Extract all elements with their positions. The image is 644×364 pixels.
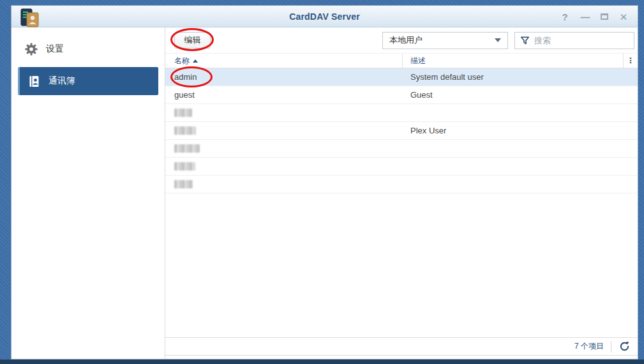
maximize-button[interactable] [601, 13, 608, 20]
table-header: 名称 描述 ⋮ [165, 53, 638, 68]
window-controls: ? — ✕ [560, 6, 629, 27]
bottom-window-edge [0, 360, 644, 364]
cell-name [165, 180, 403, 188]
table-row[interactable]: Plex User [165, 122, 638, 140]
cell-name: admin [165, 72, 403, 82]
sort-ascending-icon [193, 59, 198, 63]
sidebar-item-label: 设置 [46, 43, 64, 55]
sidebar-item-label: 通讯簿 [49, 75, 75, 87]
table-row[interactable] [165, 158, 638, 176]
content-panel: 编辑 本地用户 名称 [165, 27, 638, 359]
sidebar-item-settings[interactable]: 设置 [19, 39, 157, 59]
minimize-button[interactable]: — [580, 12, 590, 22]
cell-description: Plex User [403, 126, 638, 135]
cell-name: guest [165, 90, 403, 100]
footer-bar: 7 个项目 [165, 337, 638, 356]
search-box[interactable] [514, 32, 634, 49]
search-input[interactable] [534, 36, 629, 45]
redacted-username [174, 126, 196, 135]
cell-name [165, 109, 403, 117]
sidebar: 设置 通讯簿 [11, 27, 165, 359]
footer-divider [611, 341, 611, 353]
filter-icon [520, 36, 530, 45]
column-header-description[interactable]: 描述 [403, 54, 624, 68]
cell-description: System default user [403, 72, 638, 82]
redacted-username [174, 180, 193, 188]
redacted-username [174, 109, 192, 117]
titlebar: CardDAV Server ? — ✕ [11, 6, 638, 27]
column-header-name[interactable]: 名称 [165, 54, 403, 68]
help-button[interactable]: ? [560, 12, 570, 22]
chevron-down-icon [495, 38, 501, 42]
cell-name [165, 126, 403, 135]
refresh-icon[interactable] [618, 341, 630, 353]
table-row[interactable]: guest Guest [165, 86, 638, 104]
item-count: 7 个项目 [574, 341, 604, 352]
table-rows: admin System default user guest Guest Pl… [165, 68, 638, 193]
toolbar: 编辑 本地用户 [165, 27, 638, 53]
close-button[interactable]: ✕ [618, 12, 629, 22]
carddav-server-window: CardDAV Server ? — ✕ [11, 5, 638, 360]
table-row[interactable] [165, 104, 638, 122]
user-source-dropdown[interactable]: 本地用户 [382, 32, 508, 49]
main-area: 设置 通讯簿 编辑 本地用户 [11, 27, 638, 359]
cell-description: Guest [403, 90, 638, 100]
redacted-username [174, 162, 195, 171]
gear-icon [24, 42, 38, 56]
address-book-icon [27, 74, 41, 88]
table-row[interactable]: admin System default user [165, 68, 638, 86]
dropdown-value: 本地用户 [389, 34, 423, 46]
carddav-app-icon [18, 8, 42, 29]
cell-name [165, 144, 403, 153]
window-title: CardDAV Server [289, 11, 360, 22]
sidebar-item-address-book[interactable]: 通讯簿 [18, 67, 158, 95]
cell-name [165, 162, 403, 171]
redacted-username [174, 144, 200, 153]
edit-button[interactable]: 编辑 [174, 32, 211, 49]
table-row[interactable] [165, 176, 638, 193]
column-settings-menu-icon[interactable]: ⋮ [624, 57, 638, 64]
table-row[interactable] [165, 140, 638, 158]
empty-list-area [165, 193, 638, 337]
